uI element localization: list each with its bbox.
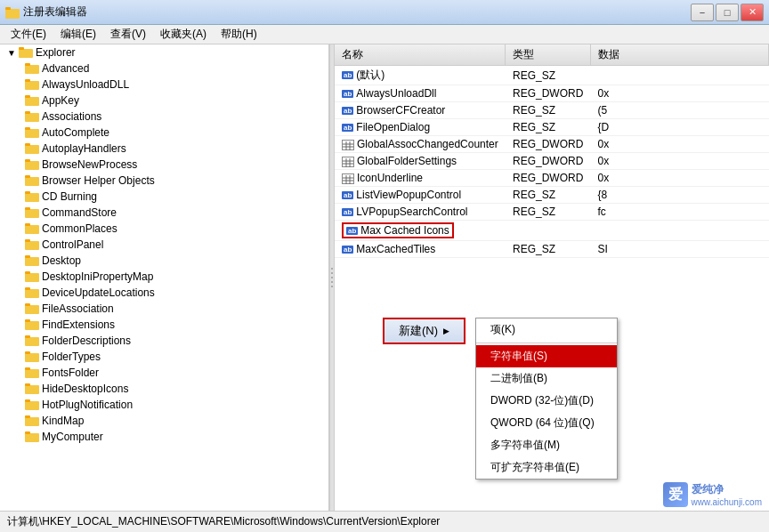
svg-rect-31 [25, 273, 39, 282]
table-row[interactable]: GlobalAssocChangedCounter REG_DWORD 0x [335, 136, 769, 153]
tree-item[interactable]: KindMap [0, 413, 328, 429]
menu-favorites[interactable]: 收藏夹(A) [153, 25, 214, 44]
svg-rect-24 [25, 207, 30, 210]
new-menu-button[interactable]: 新建(N) ▶ [383, 318, 465, 344]
cell-name: abBrowserCFCreator [335, 102, 506, 119]
table-row[interactable]: abMaxCachedTiles REG_SZ SI [335, 241, 769, 258]
menu-edit[interactable]: 编辑(E) [53, 25, 103, 44]
folder-icon [25, 270, 39, 283]
col-type[interactable]: 类型 [506, 44, 591, 66]
folder-icon [25, 94, 39, 107]
svg-rect-32 [25, 271, 30, 274]
submenu-item-qword[interactable]: QWORD (64 位)值(Q) [476, 412, 617, 434]
submenu-item-dword[interactable]: DWORD (32-位)值(D) [476, 390, 617, 412]
svg-rect-17 [25, 161, 39, 170]
svg-rect-33 [25, 289, 39, 298]
menu-file[interactable]: 文件(E) [4, 25, 53, 44]
tree-item[interactable]: AppKey [0, 93, 328, 109]
svg-rect-36 [25, 303, 30, 306]
svg-rect-2 [5, 7, 11, 10]
table-row[interactable]: abListViewPopupControl REG_SZ {8 [335, 187, 769, 204]
folder-icon [25, 126, 39, 139]
tree-item-label: Browser Helper Objects [42, 174, 155, 187]
tree-item[interactable]: DeviceUpdateLocations [0, 285, 328, 301]
submenu-item-binary[interactable]: 二进制值(B) [476, 367, 617, 390]
cell-data: 0x [591, 136, 769, 153]
tree-item[interactable]: AutoComplete [0, 125, 328, 141]
tree-item-label: HideDesktopIcons [42, 383, 128, 395]
svg-rect-30 [25, 255, 30, 258]
tree-item-label: AlwaysUnloadDLL [42, 78, 129, 91]
close-button[interactable]: ✕ [741, 4, 764, 21]
minimize-button[interactable]: − [691, 4, 714, 21]
tree-item[interactable]: BrowseNewProcess [0, 157, 328, 173]
table-row[interactable]: ab(默认) REG_SZ [335, 66, 769, 85]
svg-rect-7 [25, 81, 39, 90]
menu-view[interactable]: 查看(V) [103, 25, 153, 44]
table-row[interactable]: IconUnderline REG_DWORD 0x [335, 170, 769, 187]
restore-button[interactable]: □ [716, 4, 739, 21]
tree-item[interactable]: AutoplayHandlers [0, 141, 328, 157]
table-row[interactable]: abBrowserCFCreator REG_SZ (5 [335, 102, 769, 119]
submenu-item-string[interactable]: 字符串值(S) [476, 345, 617, 367]
table-row[interactable]: abFileOpenDialog REG_SZ {D [335, 119, 769, 136]
tree-item[interactable]: Associations [0, 109, 328, 125]
svg-rect-26 [25, 223, 30, 226]
svg-rect-12 [25, 111, 30, 114]
tree-panel[interactable]: ▼ Explorer Advanced AlwaysUnloadDLL AppK… [0, 44, 329, 511]
tree-item[interactable]: DesktopIniPropertyMap [0, 269, 328, 285]
folder-icon [25, 190, 39, 203]
col-name[interactable]: 名称 [335, 44, 506, 66]
col-data[interactable]: 数据 [591, 44, 769, 66]
table-row[interactable]: abLVPopupSearchControl REG_SZ fc [335, 204, 769, 221]
cell-type: REG_DWORD [506, 85, 591, 102]
svg-rect-10 [25, 95, 30, 98]
svg-rect-40 [25, 335, 30, 338]
svg-rect-14 [25, 127, 30, 130]
tree-item-label: FolderDescriptions [42, 335, 131, 347]
tree-root-explorer[interactable]: ▼ Explorer [0, 44, 328, 60]
tree-item-label: BrowseNewProcess [42, 158, 137, 171]
tree-item[interactable]: FolderTypes [0, 349, 328, 365]
highlighted-name: abMax Cached Icons [342, 222, 454, 238]
tree-item[interactable]: Advanced [0, 60, 328, 77]
table-row[interactable]: GlobalFolderSettings REG_DWORD 0x [335, 153, 769, 170]
tree-item[interactable]: FontsFolder [0, 365, 328, 381]
status-text: 计算机\HKEY_LOCAL_MACHINE\SOFTWARE\Microsof… [7, 514, 440, 529]
table-row[interactable]: abAlwaysUnloadDll REG_DWORD 0x [335, 85, 769, 102]
svg-rect-37 [25, 321, 39, 330]
tree-item[interactable]: FileAssociation [0, 301, 328, 317]
status-bar: 计算机\HKEY_LOCAL_MACHINE\SOFTWARE\Microsof… [0, 511, 769, 532]
cell-name: abFileOpenDialog [335, 119, 506, 136]
tree-item[interactable]: CommandStore [0, 205, 328, 221]
tree-item[interactable]: HotPlugNotification [0, 397, 328, 413]
cell-type: REG_DWORD [506, 153, 591, 170]
menu-help[interactable]: 帮助(H) [214, 25, 264, 44]
tree-item[interactable]: FolderDescriptions [0, 333, 328, 349]
tree-item-label: CommonPlaces [42, 222, 117, 235]
tree-item[interactable]: AlwaysUnloadDLL [0, 77, 328, 93]
tree-item[interactable]: Browser Helper Objects [0, 173, 328, 189]
tree-item[interactable]: MyComputer [0, 429, 328, 445]
submenu-item-multi[interactable]: 多字符串值(M) [476, 434, 617, 456]
tree-item[interactable]: ControlPanel [0, 237, 328, 253]
tree-item[interactable]: Desktop [0, 253, 328, 269]
cell-name: IconUnderline [335, 170, 506, 187]
folder-icon [25, 206, 39, 219]
submenu-item-expand[interactable]: 可扩充字符串值(E) [476, 456, 617, 479]
submenu-item-item[interactable]: 项(K) [476, 318, 617, 341]
svg-rect-23 [25, 209, 39, 218]
svg-rect-42 [25, 351, 30, 354]
tree-item[interactable]: CommonPlaces [0, 221, 328, 237]
tree-item-label: CommandStore [42, 206, 117, 219]
ab-icon: ab [342, 71, 353, 79]
tree-item[interactable]: HideDesktopIcons [0, 381, 328, 397]
tree-item[interactable]: CD Burning [0, 189, 328, 205]
tree-item[interactable]: FindExtensions [0, 317, 328, 333]
table-row[interactable]: abMax Cached Icons [335, 221, 769, 241]
tree-item-label: DeviceUpdateLocations [42, 286, 155, 299]
cell-type: REG_DWORD [506, 136, 591, 153]
tree-item-label: FindExtensions [42, 318, 115, 331]
tree-item-label: AutoplayHandlers [42, 142, 126, 155]
folder-icon [25, 318, 39, 331]
